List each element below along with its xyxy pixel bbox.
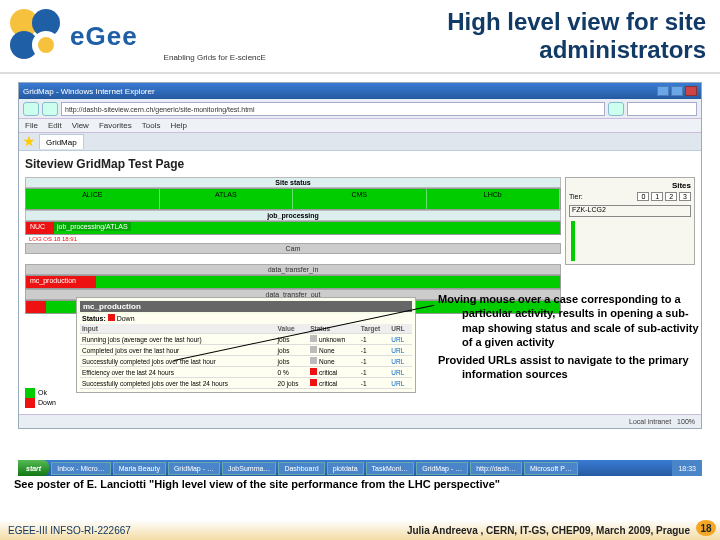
system-tray: 18:33 bbox=[672, 460, 702, 476]
tooltip-table: InputValueStatusTargetURL Running jobs (… bbox=[80, 324, 412, 389]
site-select[interactable]: FZK-LCG2 bbox=[569, 205, 691, 217]
taskbar-item[interactable]: GridMap - … bbox=[168, 462, 220, 475]
cam-header: Cam bbox=[25, 243, 561, 254]
dt-in-red-cell[interactable]: mc_production bbox=[26, 276, 96, 288]
tier-row: Tier: 0 1 2 3 bbox=[569, 192, 691, 201]
log-line: LOG OS 18 18:91 bbox=[25, 235, 561, 243]
taskbar-item[interactable]: Dashboard bbox=[278, 462, 324, 475]
experiments-row[interactable]: ALICE ATLAS CMS LHCb bbox=[25, 188, 561, 210]
window-title: GridMap - Windows Internet Explorer bbox=[23, 87, 155, 96]
cell-cms[interactable]: CMS bbox=[293, 189, 427, 209]
taskbar-item[interactable]: GridMap - … bbox=[416, 462, 468, 475]
cell-alice[interactable]: ALICE bbox=[26, 189, 160, 209]
sites-header: Sites bbox=[569, 181, 691, 190]
intranet-label: Local intranet bbox=[629, 418, 671, 425]
ie-tabstrip: GridMap bbox=[19, 133, 701, 151]
table-row: Efficiency over the last 24 hours0 % cri… bbox=[80, 367, 412, 378]
ie-titlebar: GridMap - Windows Internet Explorer bbox=[19, 83, 701, 99]
taskbar-item[interactable]: Inbox - Micro… bbox=[51, 462, 110, 475]
tier-2-button[interactable]: 2 bbox=[665, 192, 677, 201]
ie-navbar: http://dashb-siteview.cern.ch/generic/si… bbox=[19, 99, 701, 119]
tooltip-status: Status: Down bbox=[80, 312, 412, 324]
ie-statusbar: Local intranet 100% bbox=[19, 414, 701, 428]
zoom-label: 100% bbox=[677, 418, 695, 425]
footer-right: Julia Andreeva , CERN, IT-GS, CHEP09, Ma… bbox=[131, 525, 712, 536]
menu-view[interactable]: View bbox=[72, 121, 89, 130]
favorites-icon[interactable] bbox=[23, 136, 35, 148]
taskbar-item[interactable]: http://dash… bbox=[470, 462, 522, 475]
windows-taskbar: start Inbox - Micro… Maria Beauty GridMa… bbox=[18, 460, 702, 476]
slide-footer: EGEE-III INFSO-RI-222667 Julia Andreeva … bbox=[0, 520, 720, 540]
minimize-button[interactable] bbox=[657, 86, 669, 96]
poster-note: See poster of E. Lanciotti "High level v… bbox=[14, 478, 500, 490]
back-button[interactable] bbox=[23, 102, 39, 116]
menu-favorites[interactable]: Favorites bbox=[99, 121, 132, 130]
job-processing-header: job_processing bbox=[25, 210, 561, 221]
table-row: Successfully completed jobs over the las… bbox=[80, 378, 412, 389]
dt-out-red-cell[interactable] bbox=[26, 301, 46, 313]
table-row: Successfully completed jobs over the las… bbox=[80, 356, 412, 367]
address-bar[interactable]: http://dashb-siteview.cern.ch/generic/si… bbox=[61, 102, 605, 116]
logo: eGee bbox=[0, 3, 148, 69]
taskbar-item[interactable]: Microsoft P… bbox=[524, 462, 578, 475]
footer-left: EGEE-III INFSO-RI-222667 bbox=[8, 525, 131, 536]
maximize-button[interactable] bbox=[671, 86, 683, 96]
taskbar-item[interactable]: plotdata bbox=[327, 462, 364, 475]
taskbar-item[interactable]: TaskMoni… bbox=[366, 462, 415, 475]
clock: 18:33 bbox=[678, 465, 696, 472]
ie-menubar: File Edit View Favorites Tools Help bbox=[19, 119, 701, 133]
tier-1-button[interactable]: 1 bbox=[651, 192, 663, 201]
table-row: Running jobs (average over the last hour… bbox=[80, 334, 412, 345]
menu-tools[interactable]: Tools bbox=[142, 121, 161, 130]
tooltip-title: mc_production bbox=[80, 301, 412, 312]
forward-button[interactable] bbox=[42, 102, 58, 116]
table-row: Completed jobs over the last hourjobs No… bbox=[80, 345, 412, 356]
tagline: Enabling Grids for E-sciencE bbox=[164, 53, 266, 62]
dt-in-row[interactable]: mc_production bbox=[25, 275, 561, 289]
taskbar-item[interactable]: Maria Beauty bbox=[113, 462, 166, 475]
page-title: Siteview GridMap Test Page bbox=[25, 157, 695, 171]
site-bar-icon bbox=[571, 221, 575, 261]
logo-text: eGee bbox=[70, 21, 138, 52]
close-button[interactable] bbox=[685, 86, 697, 96]
page-number: 18 bbox=[696, 520, 716, 536]
taskbar-item[interactable]: JobSumma… bbox=[222, 462, 276, 475]
menu-file[interactable]: File bbox=[25, 121, 38, 130]
refresh-button[interactable] bbox=[608, 102, 624, 116]
tier-0-button[interactable]: 0 bbox=[637, 192, 649, 201]
start-button[interactable]: start bbox=[18, 460, 49, 476]
cell-atlas[interactable]: ATLAS bbox=[160, 189, 294, 209]
job-row-label: job_processing/ATLAS bbox=[54, 222, 131, 231]
callout-text: Moving mouse over a case corresponding t… bbox=[438, 292, 702, 386]
site-status-header: Site status bbox=[25, 177, 561, 188]
slide-title: High level view for siteadministrators bbox=[266, 8, 720, 63]
tier-3-button[interactable]: 3 bbox=[679, 192, 691, 201]
cell-lhcb[interactable]: LHCb bbox=[427, 189, 561, 209]
menu-edit[interactable]: Edit bbox=[48, 121, 62, 130]
job-row[interactable]: NUC job_processing/ATLAS bbox=[25, 221, 561, 235]
browser-tab[interactable]: GridMap bbox=[39, 134, 84, 149]
job-red-cell[interactable]: NUC bbox=[26, 222, 54, 234]
egee-logo-icon bbox=[10, 9, 64, 63]
search-box[interactable] bbox=[627, 102, 697, 116]
dt-in-header: data_transfer_in bbox=[25, 264, 561, 275]
slide-header: eGee Enabling Grids for E-sciencE High l… bbox=[0, 0, 720, 74]
menu-help[interactable]: Help bbox=[170, 121, 186, 130]
